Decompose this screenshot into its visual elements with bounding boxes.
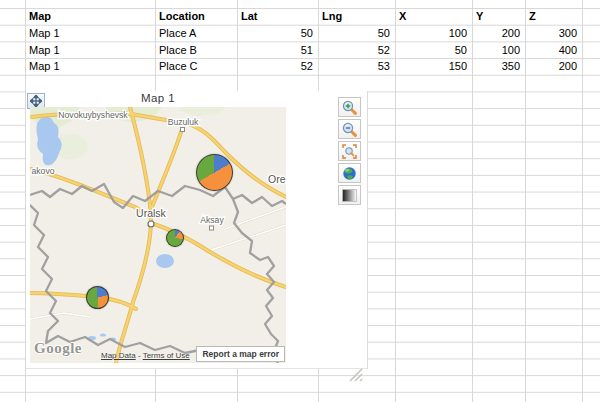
resize-grip[interactable] (347, 366, 364, 383)
header-cell[interactable]: Y (472, 8, 525, 25)
header-cell[interactable]: Lng (318, 8, 395, 25)
map-label-buzuluk: Buzuluk (168, 117, 199, 127)
map-label-uralsk: Uralsk (136, 207, 167, 219)
table-cell[interactable]: 350 (472, 58, 525, 75)
report-map-error-button[interactable]: Report a map error (196, 346, 285, 362)
zoom-out-icon (342, 122, 357, 137)
pie-marker-place-b[interactable] (166, 229, 184, 247)
table-cell[interactable]: 50 (318, 25, 395, 42)
pie-marker-place-a[interactable] (196, 154, 233, 191)
map-attribution: Map Data - Terms of Use (101, 351, 190, 360)
header-cell[interactable]: X (395, 8, 472, 25)
globe-button[interactable] (338, 163, 361, 183)
move-arrows-icon (30, 95, 42, 107)
buzuluk-marker (181, 128, 185, 132)
table-cell[interactable]: 53 (318, 58, 395, 75)
zoom-fit-icon (342, 144, 357, 159)
gradient-button[interactable] (338, 185, 361, 205)
table-cell[interactable]: 51 (237, 42, 318, 59)
google-map[interactable]: Novokuybyshevsk Buzuluk akovo Uralsk Aks… (30, 107, 286, 363)
zoom-fit-button[interactable] (338, 141, 361, 161)
table-cell[interactable]: Map 1 (25, 25, 155, 42)
table-cell[interactable]: 100 (472, 42, 525, 59)
map-label-aksay: Aksay (200, 215, 224, 225)
table-cell[interactable]: Place A (155, 25, 237, 42)
zoom-in-button[interactable] (338, 97, 361, 117)
header-cell[interactable]: Lat (237, 8, 318, 25)
globe-icon (342, 166, 357, 181)
header-cell[interactable]: Z (525, 8, 582, 25)
table-cell[interactable]: 300 (525, 25, 582, 42)
table-cell[interactable]: 50 (395, 42, 472, 59)
header-cell[interactable]: Map (25, 8, 155, 25)
chart-title: Map 1 (30, 92, 286, 107)
zoom-in-icon (342, 100, 357, 115)
map-tiles: Novokuybyshevsk Buzuluk akovo Uralsk Aks… (30, 107, 286, 363)
uralsk-marker (148, 221, 154, 227)
excel-sheet: { "spreadsheet": { "table": { "headers":… (0, 0, 600, 402)
attribution-separator: - (136, 351, 143, 360)
table-cell[interactable]: Place B (155, 42, 237, 59)
table-cell[interactable]: Map 1 (25, 42, 155, 59)
table-cell[interactable]: Place C (155, 58, 237, 75)
map-data-link[interactable]: Map Data (101, 351, 136, 360)
map-label-akovo: akovo (32, 166, 55, 176)
pie-marker-place-c[interactable] (86, 286, 109, 309)
aksay-marker (210, 226, 214, 230)
google-logo[interactable]: Google (34, 340, 82, 357)
map-label-novokuybyshevsk: Novokuybyshevsk (58, 110, 128, 120)
terms-of-use-link[interactable]: Terms of Use (143, 351, 190, 360)
gradient-icon (342, 189, 357, 202)
table-cell[interactable]: 200 (525, 58, 582, 75)
zoom-out-button[interactable] (338, 119, 361, 139)
table-cell[interactable]: 200 (472, 25, 525, 42)
table-cell[interactable]: 150 (395, 58, 472, 75)
map-label-orenburg: Ore (268, 173, 286, 185)
table-cell[interactable]: 100 (395, 25, 472, 42)
table-cell[interactable]: Map 1 (25, 58, 155, 75)
table-cell[interactable]: 52 (237, 58, 318, 75)
header-cell[interactable]: Location (155, 8, 237, 25)
table-cell[interactable]: 52 (318, 42, 395, 59)
table-cell[interactable]: 400 (525, 42, 582, 59)
table-cell[interactable]: 50 (237, 25, 318, 42)
